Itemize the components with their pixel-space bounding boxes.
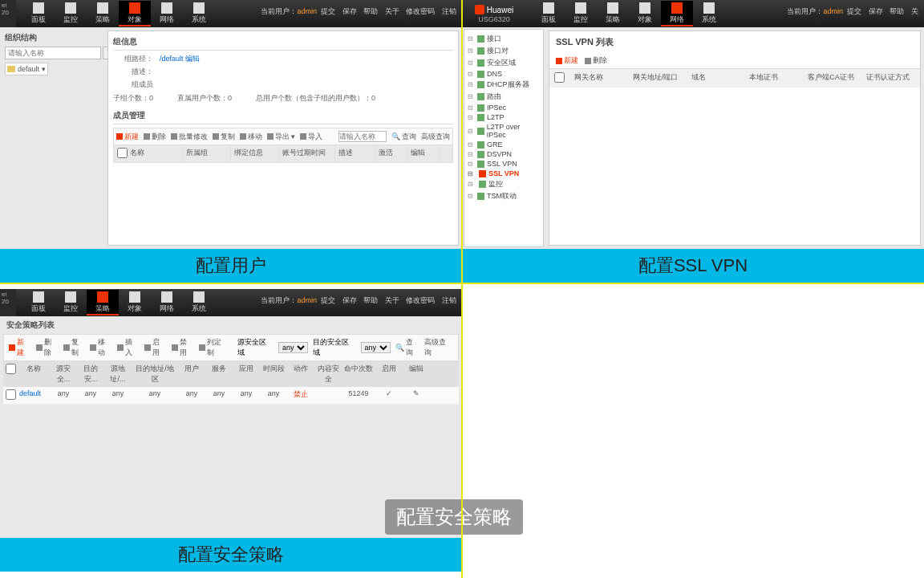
tree-item-监控[interactable]: 监控 xyxy=(468,178,540,190)
batch-icon xyxy=(171,133,177,140)
columns-button[interactable]: 列定制 xyxy=(199,337,229,358)
action-logout[interactable]: 注销 xyxy=(442,7,456,15)
action-commit[interactable]: 提交 xyxy=(847,7,861,15)
nav-network[interactable]: 网络 xyxy=(661,1,693,26)
nav-policy[interactable]: 策略 xyxy=(87,290,119,315)
policy-icon xyxy=(97,2,108,14)
new-button[interactable]: 新建 xyxy=(556,55,578,66)
nav-object[interactable]: 对象 xyxy=(119,1,151,26)
org-search-input[interactable] xyxy=(5,47,101,59)
nav-dashboard[interactable]: 面板 xyxy=(22,290,55,315)
new-button[interactable]: 新建 xyxy=(9,337,31,358)
action-help[interactable]: 帮助 xyxy=(363,7,378,15)
tree-item-TSM联动[interactable]: TSM联动 xyxy=(468,190,540,202)
action-save[interactable]: 保存 xyxy=(342,7,357,15)
tree-item-安全区域[interactable]: 安全区域 xyxy=(468,57,540,69)
dashboard-icon xyxy=(33,291,44,303)
select-all-checkbox[interactable] xyxy=(554,72,565,83)
nav-system[interactable]: 系统 xyxy=(693,1,725,26)
nav-monitor[interactable]: 监控 xyxy=(565,1,597,26)
nav-network[interactable]: 网络 xyxy=(151,1,183,26)
tree-item-接口[interactable]: 接口 xyxy=(468,33,540,45)
import-button[interactable]: 导入 xyxy=(300,132,322,142)
tree-item-SSL VPN[interactable]: SSL VPN xyxy=(468,169,540,178)
node-icon xyxy=(477,47,484,55)
node-icon xyxy=(477,35,484,43)
system-icon xyxy=(193,2,205,14)
select-all-checkbox[interactable] xyxy=(6,364,16,374)
tree-item-IPSec[interactable]: IPSec xyxy=(468,103,540,112)
copy-button[interactable]: 复制 xyxy=(213,132,235,142)
tree-item-GRE[interactable]: GRE xyxy=(468,140,540,149)
delete-button[interactable]: 删除 xyxy=(144,132,166,142)
tree-item-L2TP over IPSec[interactable]: L2TP over IPSec xyxy=(468,122,540,140)
policy-grid-header: 名称 源安全...目的安... 源地址/...目的地址/地区 用户服务 应用时间… xyxy=(3,361,459,387)
search-button[interactable]: 🔍查询 xyxy=(395,337,420,358)
tree-item-DHCP服务器[interactable]: DHCP服务器 xyxy=(468,79,540,91)
object-icon xyxy=(639,2,650,14)
tree-item-L2TP[interactable]: L2TP xyxy=(468,112,540,122)
nav-system[interactable]: 系统 xyxy=(183,290,215,315)
action-commit[interactable]: 提交 xyxy=(321,7,335,15)
action-save[interactable]: 保存 xyxy=(342,296,357,304)
member-grid-header: 名称 所属组 绑定信息 账号过期时间 描述 激活 编辑 xyxy=(113,145,453,163)
src-zone-select[interactable]: any xyxy=(278,342,308,353)
nav-dashboard[interactable]: 面板 xyxy=(22,1,55,26)
move-button[interactable]: 移动 xyxy=(90,337,112,358)
org-root-node[interactable]: default ▾ xyxy=(5,63,48,75)
copy-icon xyxy=(63,344,70,351)
policy-row-default[interactable]: default anyany anyany anyany anyany 禁止 5… xyxy=(3,387,459,405)
action-about[interactable]: 关于 xyxy=(385,296,399,304)
action-about[interactable]: 关于 xyxy=(385,7,399,15)
group-main: 组信息 组路径：/default编辑 描述： 组成员 子组个数：0 直属用户个数… xyxy=(107,31,459,246)
tree-item-SSL VPN[interactable]: SSL VPN xyxy=(468,159,540,169)
nav-dashboard[interactable]: 面板 xyxy=(533,1,565,26)
copy-button[interactable]: 复制 xyxy=(63,337,86,358)
tree-item-路由[interactable]: 路由 xyxy=(468,91,540,103)
delete-button[interactable]: 删除 xyxy=(585,55,607,66)
edit-path-link[interactable]: 编辑 xyxy=(185,55,200,63)
enable-button[interactable]: 启用 xyxy=(144,337,167,358)
divider-vertical xyxy=(461,0,463,578)
export-icon xyxy=(267,133,274,140)
action-save[interactable]: 保存 xyxy=(869,7,883,15)
caption-policy: 配置安全策略 xyxy=(0,538,462,572)
member-search-input[interactable] xyxy=(338,131,387,142)
node-icon xyxy=(477,151,484,158)
adv-search-button[interactable]: 高级查询 xyxy=(421,132,450,142)
nav-network[interactable]: 网络 xyxy=(151,290,183,315)
nav-object[interactable]: 对象 xyxy=(119,290,151,315)
tree-item-DSVPN[interactable]: DSVPN xyxy=(468,149,540,159)
nav-monitor[interactable]: 监控 xyxy=(55,1,87,26)
row-checkbox[interactable] xyxy=(6,389,16,400)
move-button[interactable]: 移动 xyxy=(240,132,262,142)
tree-item-接口对[interactable]: 接口对 xyxy=(468,45,540,57)
action-about[interactable]: 关 xyxy=(911,7,918,15)
adv-search-button[interactable]: 高级查询 xyxy=(424,337,453,358)
action-logout[interactable]: 注销 xyxy=(442,296,456,304)
action-commit[interactable]: 提交 xyxy=(321,296,335,304)
nav-object[interactable]: 对象 xyxy=(629,1,661,26)
nav-monitor[interactable]: 监控 xyxy=(55,290,87,315)
node-icon xyxy=(477,161,484,168)
node-icon xyxy=(477,114,484,121)
action-help[interactable]: 帮助 xyxy=(890,7,904,15)
delete-button[interactable]: 删除 xyxy=(36,337,59,358)
dst-zone-select[interactable]: any xyxy=(361,342,391,353)
nav-policy[interactable]: 策略 xyxy=(597,1,629,26)
insert-button[interactable]: 插入 xyxy=(117,337,140,358)
new-button[interactable]: 新建 xyxy=(116,132,139,142)
nav-system[interactable]: 系统 xyxy=(183,1,215,26)
nav-policy[interactable]: 策略 xyxy=(87,1,119,26)
enable-toggle[interactable]: ✓ xyxy=(375,387,403,404)
action-chpwd[interactable]: 修改密码 xyxy=(406,7,435,15)
total-user-count: 总用户个数（包含子组的用户数）：0 xyxy=(256,93,375,104)
export-button[interactable]: 导出▾ xyxy=(267,132,295,142)
action-chpwd[interactable]: 修改密码 xyxy=(406,296,435,304)
disable-button[interactable]: 禁用 xyxy=(172,337,194,358)
batch-button[interactable]: 批量修改 xyxy=(171,132,208,142)
action-help[interactable]: 帮助 xyxy=(363,296,378,304)
tree-item-DNS[interactable]: DNS xyxy=(468,69,540,79)
member-search-button[interactable]: 🔍查询 xyxy=(391,132,416,142)
edit-button[interactable]: ✎ xyxy=(403,387,430,404)
